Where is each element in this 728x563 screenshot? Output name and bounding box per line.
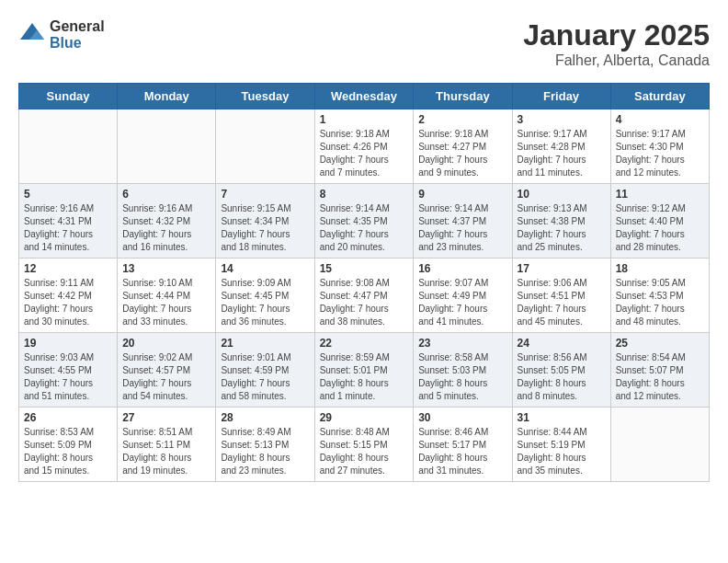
day-number: 18 — [616, 262, 704, 275]
day-info: Sunrise: 9:10 AM Sunset: 4:44 PM Dayligh… — [122, 277, 210, 328]
day-info: Sunrise: 9:18 AM Sunset: 4:27 PM Dayligh… — [418, 128, 506, 179]
day-number: 19 — [24, 337, 112, 350]
day-info: Sunrise: 8:56 AM Sunset: 5:05 PM Dayligh… — [518, 351, 606, 403]
day-info: Sunrise: 9:03 AM Sunset: 4:55 PM Dayligh… — [24, 351, 112, 403]
calendar-cell: 30Sunrise: 8:46 AM Sunset: 5:17 PM Dayli… — [414, 408, 512, 482]
location-title: Falher, Alberta, Canada — [523, 52, 710, 69]
day-number: 1 — [320, 113, 409, 126]
day-number: 2 — [418, 113, 506, 126]
day-number: 26 — [24, 411, 112, 424]
day-info: Sunrise: 9:16 AM Sunset: 4:32 PM Dayligh… — [122, 202, 210, 254]
day-info: Sunrise: 9:08 AM Sunset: 4:47 PM Dayligh… — [320, 277, 409, 328]
day-info: Sunrise: 9:07 AM Sunset: 4:49 PM Dayligh… — [418, 277, 506, 328]
day-number: 4 — [616, 113, 704, 126]
calendar-cell — [216, 109, 314, 184]
calendar-cell: 14Sunrise: 9:09 AM Sunset: 4:45 PM Dayli… — [216, 259, 314, 333]
day-info: Sunrise: 9:11 AM Sunset: 4:42 PM Dayligh… — [24, 277, 112, 328]
day-number: 31 — [518, 411, 606, 424]
calendar-cell: 2Sunrise: 9:18 AM Sunset: 4:27 PM Daylig… — [414, 109, 512, 184]
calendar-cell: 25Sunrise: 8:54 AM Sunset: 5:07 PM Dayli… — [610, 333, 709, 408]
day-info: Sunrise: 9:17 AM Sunset: 4:30 PM Dayligh… — [616, 128, 704, 179]
calendar-cell: 16Sunrise: 9:07 AM Sunset: 4:49 PM Dayli… — [414, 259, 512, 333]
day-info: Sunrise: 9:18 AM Sunset: 4:26 PM Dayligh… — [320, 128, 409, 179]
day-number: 10 — [518, 188, 606, 201]
day-number: 30 — [418, 411, 506, 424]
calendar-cell: 15Sunrise: 9:08 AM Sunset: 4:47 PM Dayli… — [314, 259, 414, 333]
title-area: January 2025 Falher, Alberta, Canada — [523, 18, 710, 69]
calendar-week-4: 19Sunrise: 9:03 AM Sunset: 4:55 PM Dayli… — [19, 333, 710, 408]
weekday-header-sunday: Sunday — [19, 84, 118, 109]
calendar-cell: 11Sunrise: 9:12 AM Sunset: 4:40 PM Dayli… — [610, 184, 709, 259]
calendar-cell: 27Sunrise: 8:51 AM Sunset: 5:11 PM Dayli… — [118, 408, 216, 482]
calendar-cell: 6Sunrise: 9:16 AM Sunset: 4:32 PM Daylig… — [118, 184, 216, 259]
logo-general-text: General — [50, 18, 105, 35]
day-info: Sunrise: 9:16 AM Sunset: 4:31 PM Dayligh… — [24, 202, 112, 254]
weekday-header-monday: Monday — [118, 84, 216, 109]
calendar-cell: 19Sunrise: 9:03 AM Sunset: 4:55 PM Dayli… — [19, 333, 118, 408]
day-info: Sunrise: 8:51 AM Sunset: 5:11 PM Dayligh… — [122, 426, 210, 477]
day-number: 24 — [518, 337, 606, 350]
calendar-cell — [118, 109, 216, 184]
weekday-header-thursday: Thursday — [414, 84, 512, 109]
day-number: 3 — [518, 113, 606, 126]
logo-icon — [18, 21, 46, 49]
day-number: 25 — [616, 337, 704, 350]
calendar-cell — [19, 109, 118, 184]
day-number: 20 — [122, 337, 210, 350]
calendar-week-3: 12Sunrise: 9:11 AM Sunset: 4:42 PM Dayli… — [19, 259, 710, 333]
calendar-cell: 17Sunrise: 9:06 AM Sunset: 4:51 PM Dayli… — [512, 259, 610, 333]
day-number: 14 — [221, 262, 309, 275]
day-number: 27 — [122, 411, 210, 424]
calendar-cell: 13Sunrise: 9:10 AM Sunset: 4:44 PM Dayli… — [118, 259, 216, 333]
day-info: Sunrise: 8:59 AM Sunset: 5:01 PM Dayligh… — [320, 351, 409, 403]
day-info: Sunrise: 8:44 AM Sunset: 5:19 PM Dayligh… — [518, 426, 606, 477]
calendar-cell: 3Sunrise: 9:17 AM Sunset: 4:28 PM Daylig… — [512, 109, 610, 184]
day-info: Sunrise: 8:53 AM Sunset: 5:09 PM Dayligh… — [24, 426, 112, 477]
calendar-cell: 21Sunrise: 9:01 AM Sunset: 4:59 PM Dayli… — [216, 333, 314, 408]
day-number: 11 — [616, 188, 704, 201]
logo-text: General Blue — [50, 18, 105, 51]
calendar-cell: 23Sunrise: 8:58 AM Sunset: 5:03 PM Dayli… — [414, 333, 512, 408]
calendar-week-1: 1Sunrise: 9:18 AM Sunset: 4:26 PM Daylig… — [19, 109, 710, 184]
calendar-cell: 29Sunrise: 8:48 AM Sunset: 5:15 PM Dayli… — [314, 408, 414, 482]
calendar-cell: 22Sunrise: 8:59 AM Sunset: 5:01 PM Dayli… — [314, 333, 414, 408]
calendar-cell: 1Sunrise: 9:18 AM Sunset: 4:26 PM Daylig… — [314, 109, 414, 184]
day-info: Sunrise: 8:48 AM Sunset: 5:15 PM Dayligh… — [320, 426, 409, 477]
header: General Blue January 2025 Falher, Albert… — [18, 18, 710, 69]
calendar: SundayMondayTuesdayWednesdayThursdayFrid… — [18, 83, 710, 482]
day-number: 28 — [221, 411, 309, 424]
day-number: 17 — [518, 262, 606, 275]
day-number: 13 — [122, 262, 210, 275]
day-info: Sunrise: 9:05 AM Sunset: 4:53 PM Dayligh… — [616, 277, 704, 328]
calendar-cell: 26Sunrise: 8:53 AM Sunset: 5:09 PM Dayli… — [19, 408, 118, 482]
day-number: 7 — [221, 188, 309, 201]
weekday-header-row: SundayMondayTuesdayWednesdayThursdayFrid… — [19, 84, 710, 109]
calendar-cell: 12Sunrise: 9:11 AM Sunset: 4:42 PM Dayli… — [19, 259, 118, 333]
weekday-header-wednesday: Wednesday — [314, 84, 414, 109]
day-info: Sunrise: 9:01 AM Sunset: 4:59 PM Dayligh… — [221, 351, 309, 403]
logo-blue-text: Blue — [50, 35, 105, 52]
month-title: January 2025 — [523, 18, 710, 52]
day-info: Sunrise: 8:46 AM Sunset: 5:17 PM Dayligh… — [418, 426, 506, 477]
day-number: 12 — [24, 262, 112, 275]
weekday-header-tuesday: Tuesday — [216, 84, 314, 109]
calendar-cell: 18Sunrise: 9:05 AM Sunset: 4:53 PM Dayli… — [610, 259, 709, 333]
calendar-cell: 20Sunrise: 9:02 AM Sunset: 4:57 PM Dayli… — [118, 333, 216, 408]
weekday-header-friday: Friday — [512, 84, 610, 109]
day-info: Sunrise: 9:12 AM Sunset: 4:40 PM Dayligh… — [616, 202, 704, 254]
day-info: Sunrise: 9:13 AM Sunset: 4:38 PM Dayligh… — [518, 202, 606, 254]
calendar-cell: 8Sunrise: 9:14 AM Sunset: 4:35 PM Daylig… — [314, 184, 414, 259]
day-info: Sunrise: 9:17 AM Sunset: 4:28 PM Dayligh… — [518, 128, 606, 179]
calendar-cell: 28Sunrise: 8:49 AM Sunset: 5:13 PM Dayli… — [216, 408, 314, 482]
day-number: 9 — [418, 188, 506, 201]
day-number: 15 — [320, 262, 409, 275]
calendar-week-5: 26Sunrise: 8:53 AM Sunset: 5:09 PM Dayli… — [19, 408, 710, 482]
day-info: Sunrise: 9:02 AM Sunset: 4:57 PM Dayligh… — [122, 351, 210, 403]
day-number: 21 — [221, 337, 309, 350]
day-number: 29 — [320, 411, 409, 424]
calendar-cell: 31Sunrise: 8:44 AM Sunset: 5:19 PM Dayli… — [512, 408, 610, 482]
day-number: 6 — [122, 188, 210, 201]
day-number: 22 — [320, 337, 409, 350]
calendar-cell: 9Sunrise: 9:14 AM Sunset: 4:37 PM Daylig… — [414, 184, 512, 259]
day-info: Sunrise: 8:54 AM Sunset: 5:07 PM Dayligh… — [616, 351, 704, 403]
